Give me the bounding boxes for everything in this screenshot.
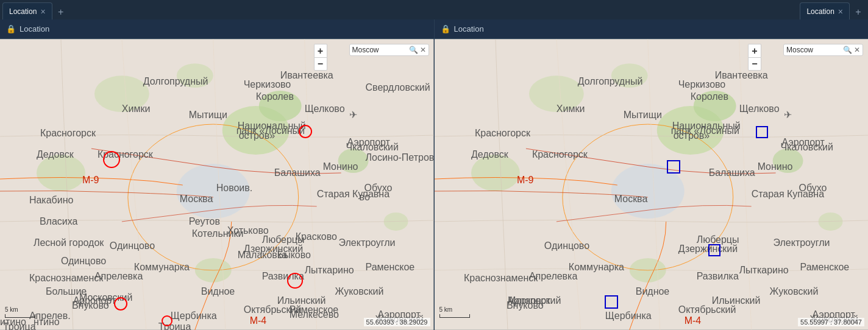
scale-bar-right: 5 km xyxy=(439,303,470,318)
zoom-controls-left: + − xyxy=(314,44,327,71)
tab-location-right[interactable]: Location × xyxy=(800,2,850,19)
search-clear-left[interactable]: ✕ xyxy=(420,46,426,54)
svg-text:Октябрьский: Октябрьский xyxy=(678,304,736,315)
svg-text:М-9: М-9 xyxy=(516,175,533,185)
svg-text:Апрелев.: Апрелев. xyxy=(29,311,71,321)
svg-text:Москва: Москва xyxy=(614,194,647,204)
panel-right: 🔒 Location xyxy=(435,19,869,330)
svg-text:Жуковский: Жуковский xyxy=(335,286,384,297)
svg-text:Дедовск: Дедовск xyxy=(37,149,74,160)
marker-circle-1-left xyxy=(103,151,120,168)
panel-title-left: Location xyxy=(20,24,49,33)
svg-text:Балашиха: Балашиха xyxy=(274,167,321,178)
marker-circle-2-left xyxy=(299,125,312,138)
zoom-in-right[interactable]: + xyxy=(748,44,761,57)
svg-text:Электроугли: Электроугли xyxy=(773,237,830,248)
svg-text:Щербинка: Щербинка xyxy=(171,311,217,321)
svg-text:Красногорск: Красногорск xyxy=(532,149,588,160)
svg-point-3 xyxy=(37,155,85,191)
svg-text:Краснознаменск: Краснознаменск xyxy=(29,273,104,283)
tab-close-left[interactable]: × xyxy=(40,7,45,16)
svg-text:Видное: Видное xyxy=(635,286,669,297)
svg-text:Мытищи: Мытищи xyxy=(189,110,227,120)
svg-text:Черкизово: Черкизово xyxy=(244,79,291,90)
scale-bar-left: 5 km xyxy=(5,303,35,318)
svg-text:Дедовск: Дедовск xyxy=(471,149,508,160)
coords-right: 55.55997 : 37.80047 xyxy=(798,318,864,326)
tab-add-left[interactable]: + xyxy=(54,5,68,19)
svg-text:✈: ✈ xyxy=(783,110,791,120)
tab-location-left[interactable]: Location × xyxy=(2,2,52,19)
scale-label-right: 5 km xyxy=(439,306,453,313)
svg-text:Лосино-Петровский: Лосино-Петровский xyxy=(366,152,434,163)
svg-text:Королев: Королев xyxy=(690,91,728,102)
svg-text:Балашиха: Балашиха xyxy=(708,167,755,178)
map-svg-left: ✈ ✈ Красногорск Москва Химки Мытищи Коро… xyxy=(0,39,434,330)
svg-text:остров»: остров» xyxy=(673,130,709,141)
scale-label-left: 5 km xyxy=(5,306,18,313)
lock-icon-right: 🔒 xyxy=(441,24,450,33)
svg-text:Свердловский: Свердловский xyxy=(366,82,430,93)
svg-text:Черкизово: Черкизово xyxy=(678,79,725,90)
search-icon-left[interactable]: 🔍 xyxy=(409,46,418,54)
svg-text:остров»: остров» xyxy=(239,130,275,141)
svg-text:Красково: Красково xyxy=(296,231,337,242)
search-input-right[interactable] xyxy=(786,46,841,54)
search-input-left[interactable] xyxy=(352,46,407,54)
search-bar-right: 🔍 ✕ xyxy=(783,44,863,56)
svg-text:Жуковский: Жуковский xyxy=(769,286,818,297)
svg-text:М-9: М-9 xyxy=(82,175,99,185)
search-bar-left: 🔍 ✕ xyxy=(349,44,429,56)
svg-text:Лыткарино: Лыткарино xyxy=(305,265,354,275)
svg-text:Краснознаменск: Краснознаменск xyxy=(463,273,538,283)
tab-bar: Location × + Location × + xyxy=(0,0,868,19)
svg-text:Щербинка: Щербинка xyxy=(605,311,651,321)
svg-text:Власиха: Власиха xyxy=(40,216,78,226)
marker-square-1-right xyxy=(667,160,680,174)
zoom-controls-right: + − xyxy=(748,44,761,71)
panel-left: 🔒 Location xyxy=(0,19,435,330)
coords-left: 55.60393 : 38.29029 xyxy=(364,318,430,326)
svg-text:Раменское: Раменское xyxy=(366,262,415,272)
svg-text:Развилка: Развилка xyxy=(696,271,738,281)
svg-text:Накабино: Накабино xyxy=(29,195,74,205)
svg-text:Красногорск: Красногорск xyxy=(474,128,530,138)
tab-add-right[interactable]: + xyxy=(851,5,866,19)
svg-text:Раменское: Раменское xyxy=(800,262,849,272)
svg-text:Королев: Королев xyxy=(256,91,294,102)
svg-text:Внуково: Внуково xyxy=(506,300,543,311)
marker-circle-4-left xyxy=(114,297,127,311)
scale-graphic-right xyxy=(439,314,470,318)
svg-text:Монино: Монино xyxy=(323,161,358,172)
svg-text:Коммунарка: Коммунарка xyxy=(134,262,190,272)
map-right[interactable]: ✈ ✈ Красногорск Москва Химки Мытищи Коро… xyxy=(435,39,869,330)
svg-text:Одинцово: Одинцово xyxy=(61,256,106,266)
map-left[interactable]: ✈ ✈ Красногорск Москва Химки Мытищи Коро… xyxy=(0,39,434,330)
search-clear-right[interactable]: ✕ xyxy=(854,46,860,54)
lock-icon-left: 🔒 xyxy=(6,24,16,33)
svg-text:Дзержинский: Дзержинский xyxy=(244,244,303,254)
zoom-in-left[interactable]: + xyxy=(314,44,327,57)
svg-text:М-4: М-4 xyxy=(684,315,701,326)
svg-text:Коммунарка: Коммунарка xyxy=(568,262,624,272)
marker-circle-3-left xyxy=(287,273,303,289)
search-icon-right[interactable]: 🔍 xyxy=(843,46,852,54)
svg-text:Одинцово: Одинцово xyxy=(110,240,155,251)
panel-title-right: Location xyxy=(454,24,484,33)
tab-label-left: Location xyxy=(9,7,37,16)
zoom-out-left[interactable]: − xyxy=(314,57,327,71)
svg-text:Одинцово: Одинцово xyxy=(544,240,589,251)
svg-text:Красногорск: Красногорск xyxy=(40,128,96,138)
svg-text:М-4: М-4 xyxy=(250,315,267,326)
zoom-out-right[interactable]: − xyxy=(748,57,761,71)
scale-graphic-left xyxy=(5,314,35,318)
tab-close-right[interactable]: × xyxy=(838,7,843,16)
svg-point-80 xyxy=(471,155,519,191)
svg-text:Чкаловский: Чкаловский xyxy=(346,142,399,152)
svg-text:Лыткарино: Лыткарино xyxy=(739,265,788,275)
svg-text:Ивантеевка: Ивантеевка xyxy=(714,70,767,80)
svg-text:Троица: Троица xyxy=(3,321,36,330)
marker-square-2-right xyxy=(756,126,768,138)
svg-text:Видное: Видное xyxy=(201,286,235,297)
svg-text:Реутов: Реутов xyxy=(189,216,220,226)
